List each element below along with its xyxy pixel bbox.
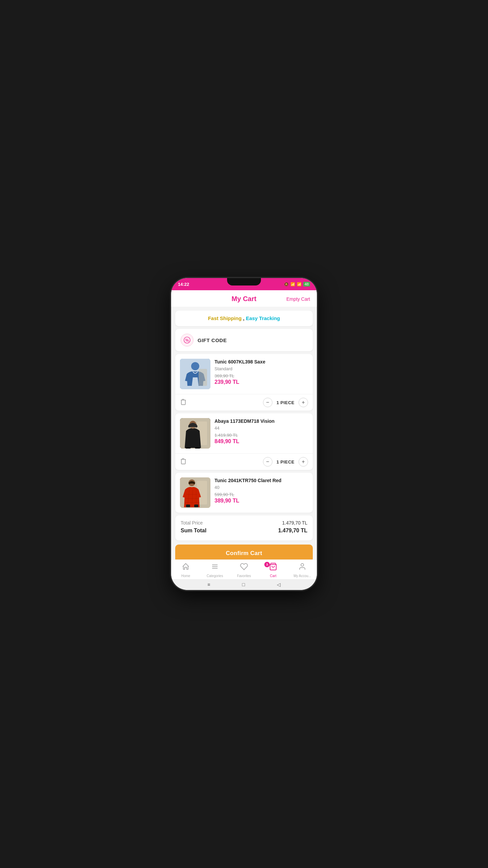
item-original-price-3: 599,90 TL bbox=[215, 492, 308, 497]
silent-icon: 🔕 bbox=[284, 282, 289, 287]
fast-shipping-text: Fast Shipping bbox=[208, 315, 242, 321]
nav-item-favorites[interactable]: Favorites bbox=[229, 563, 259, 578]
item-original-price-2: 1.419,90 TL bbox=[215, 433, 308, 438]
sum-total-label: Sum Total bbox=[181, 528, 206, 534]
item-sale-price-1: 239,90 TL bbox=[215, 379, 308, 385]
android-nav-bar: ≡ □ ◁ bbox=[171, 579, 317, 590]
item-variant-3: 40 bbox=[215, 485, 308, 490]
svg-point-26 bbox=[301, 564, 304, 566]
android-back-btn[interactable]: ◁ bbox=[277, 582, 281, 587]
nav-label-account: My Accou... bbox=[293, 574, 311, 578]
favorites-icon bbox=[240, 563, 248, 573]
page-title: My Cart bbox=[231, 295, 256, 303]
cart-item-top-1: Tunic 6007KL398 Saxe Standard 369,90 TL … bbox=[175, 354, 313, 394]
gift-code-input[interactable]: % GIFT CODE bbox=[175, 329, 313, 351]
status-time: 14:22 bbox=[178, 282, 189, 287]
item-info-2: Abaya 1173EDM718 Vision 44 1.419,90 TL 8… bbox=[215, 418, 308, 449]
item-sale-price-2: 849,90 TL bbox=[215, 438, 308, 445]
phone-screen: 14:22 🔕 📶 📶 48 My Cart Empty Cart Fast S… bbox=[171, 278, 317, 590]
quantity-label-2: 1 PIECE bbox=[277, 459, 294, 465]
item-info-1: Tunic 6007KL398 Saxe Standard 369,90 TL … bbox=[215, 359, 308, 389]
app-header: My Cart Empty Cart bbox=[171, 290, 317, 307]
svg-point-4 bbox=[191, 362, 199, 370]
item-sale-price-3: 389,90 TL bbox=[215, 498, 308, 504]
categories-icon bbox=[211, 563, 219, 573]
item-image-1 bbox=[180, 359, 210, 389]
item-name-3: Tunic 2041KTR750 Claret Red bbox=[215, 477, 308, 484]
nav-item-categories[interactable]: Categories bbox=[200, 563, 229, 578]
shipping-banner: Fast Shipping , Easy Tracking bbox=[175, 311, 313, 326]
item-variant-1: Standard bbox=[215, 366, 308, 371]
cart-item-top-2: Abaya 1173EDM718 Vision 44 1.419,90 TL 8… bbox=[175, 413, 313, 453]
nav-label-favorites: Favorites bbox=[237, 574, 251, 578]
total-price-row: Total Price 1.479,70 TL bbox=[181, 520, 307, 526]
cart-badge: 3 bbox=[264, 562, 270, 567]
item-original-price-1: 369,90 TL bbox=[215, 373, 308, 378]
delete-button-1[interactable] bbox=[180, 398, 187, 407]
decrease-qty-1[interactable]: − bbox=[263, 398, 272, 407]
increase-qty-2[interactable]: + bbox=[299, 457, 308, 467]
cart-item: Tunic 2041KTR750 Claret Red 40 599,90 TL… bbox=[175, 473, 313, 513]
svg-rect-5 bbox=[199, 369, 207, 386]
scroll-content: Fast Shipping , Easy Tracking % GIFT COD… bbox=[171, 307, 317, 559]
item-info-3: Tunic 2041KTR750 Claret Red 40 599,90 TL… bbox=[215, 477, 308, 508]
nav-label-categories: Categories bbox=[207, 574, 223, 578]
sum-total-value: 1.479,70 TL bbox=[278, 528, 307, 534]
nav-label-cart: Cart bbox=[270, 574, 277, 578]
cart-item: Abaya 1173EDM718 Vision 44 1.419,90 TL 8… bbox=[175, 413, 313, 470]
separator: , bbox=[242, 315, 246, 321]
svg-rect-20 bbox=[186, 505, 190, 507]
cart-icon bbox=[269, 563, 277, 573]
delete-button-2[interactable] bbox=[180, 458, 187, 466]
confirm-cart-button[interactable]: Confirm Cart bbox=[175, 545, 313, 559]
nav-item-account[interactable]: My Accou... bbox=[288, 563, 317, 578]
price-summary: Total Price 1.479,70 TL Sum Total 1.479,… bbox=[175, 515, 313, 540]
android-menu-btn[interactable]: ≡ bbox=[207, 582, 210, 587]
wifi-icon: 📶 bbox=[290, 282, 295, 287]
gift-code-label: GIFT CODE bbox=[198, 337, 227, 343]
quantity-control-1: − 1 PIECE + bbox=[263, 398, 308, 407]
nav-item-home[interactable]: Home bbox=[171, 563, 200, 578]
phone-frame: 14:22 🔕 📶 📶 48 My Cart Empty Cart Fast S… bbox=[171, 278, 317, 590]
item-variant-2: 44 bbox=[215, 426, 308, 431]
account-icon bbox=[298, 563, 306, 573]
android-home-btn[interactable]: □ bbox=[242, 582, 245, 587]
item-image-2 bbox=[180, 418, 210, 449]
total-price-value: 1.479,70 TL bbox=[282, 520, 307, 526]
cart-item-top-3: Tunic 2041KTR750 Claret Red 40 599,90 TL… bbox=[175, 473, 313, 513]
svg-rect-21 bbox=[194, 505, 198, 507]
cart-item: Tunic 6007KL398 Saxe Standard 369,90 TL … bbox=[175, 354, 313, 411]
empty-cart-button[interactable]: Empty Cart bbox=[286, 296, 310, 302]
notch bbox=[227, 278, 261, 285]
cart-item-bottom-2: − 1 PIECE + bbox=[175, 453, 313, 470]
quantity-label-1: 1 PIECE bbox=[277, 400, 294, 405]
home-icon bbox=[182, 563, 190, 573]
cart-item-bottom-1: − 1 PIECE + bbox=[175, 394, 313, 411]
item-name-2: Abaya 1173EDM718 Vision bbox=[215, 418, 308, 424]
decrease-qty-2[interactable]: − bbox=[263, 457, 272, 467]
signal-icon: 📶 bbox=[297, 282, 302, 287]
easy-tracking-text: Easy Tracking bbox=[246, 315, 280, 321]
total-price-label: Total Price bbox=[181, 520, 203, 526]
status-icons: 🔕 📶 📶 48 bbox=[284, 282, 310, 287]
gift-code-icon: % bbox=[181, 334, 194, 347]
battery-icon: 48 bbox=[303, 282, 310, 287]
nav-item-cart[interactable]: 3 Cart bbox=[259, 563, 288, 578]
sum-total-row: Sum Total 1.479,70 TL bbox=[181, 528, 307, 534]
nav-label-home: Home bbox=[181, 574, 190, 578]
quantity-control-2: − 1 PIECE + bbox=[263, 457, 308, 467]
increase-qty-1[interactable]: + bbox=[299, 398, 308, 407]
item-name-1: Tunic 6007KL398 Saxe bbox=[215, 359, 308, 365]
item-image-3 bbox=[180, 477, 210, 508]
bottom-nav: Home Categories Favori bbox=[171, 559, 317, 579]
